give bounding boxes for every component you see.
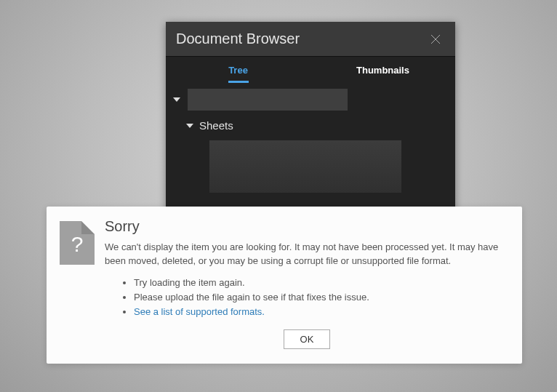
error-suggestion-link-item: See a list of supported formats. <box>134 305 509 319</box>
error-dialog: ? Sorry We can't display the item you ar… <box>47 207 522 364</box>
error-suggestions: Try loading the item again. Please uploa… <box>134 276 509 319</box>
supported-formats-link[interactable]: See a list of supported formats. <box>134 306 265 317</box>
error-message: We can't display the item you are lookin… <box>105 241 509 268</box>
document-browser-title: Document Browser <box>176 31 300 47</box>
tree-root-row[interactable] <box>173 89 448 111</box>
document-browser-panel: Document Browser Tree Thumbnails Sheets <box>166 22 455 223</box>
error-suggestion: Try loading the item again. <box>134 276 509 290</box>
file-unknown-icon: ? <box>60 221 95 265</box>
tree-sheet-thumbnail[interactable] <box>209 140 401 193</box>
document-browser-header: Document Browser <box>166 22 455 57</box>
tree-root-item[interactable] <box>188 89 348 111</box>
close-icon <box>429 33 442 46</box>
question-mark-icon: ? <box>71 232 84 257</box>
error-suggestion: Please upload the file again to see if t… <box>134 290 509 305</box>
document-browser-tabs: Tree Thumbnails <box>166 57 455 84</box>
tab-thumbnails[interactable]: Thumbnails <box>310 57 455 84</box>
caret-down-icon[interactable] <box>173 97 180 102</box>
error-actions: OK <box>105 329 509 349</box>
tree-sheets-row[interactable]: Sheets <box>186 119 448 132</box>
caret-down-icon[interactable] <box>186 124 193 128</box>
tab-tree[interactable]: Tree <box>166 57 310 84</box>
error-content: Sorry We can't display the item you are … <box>105 218 509 349</box>
tree-body: Sheets <box>166 84 455 223</box>
sheets-label: Sheets <box>199 119 233 132</box>
close-button[interactable] <box>426 30 445 49</box>
error-title: Sorry <box>105 218 509 235</box>
ok-button[interactable]: OK <box>284 329 331 349</box>
